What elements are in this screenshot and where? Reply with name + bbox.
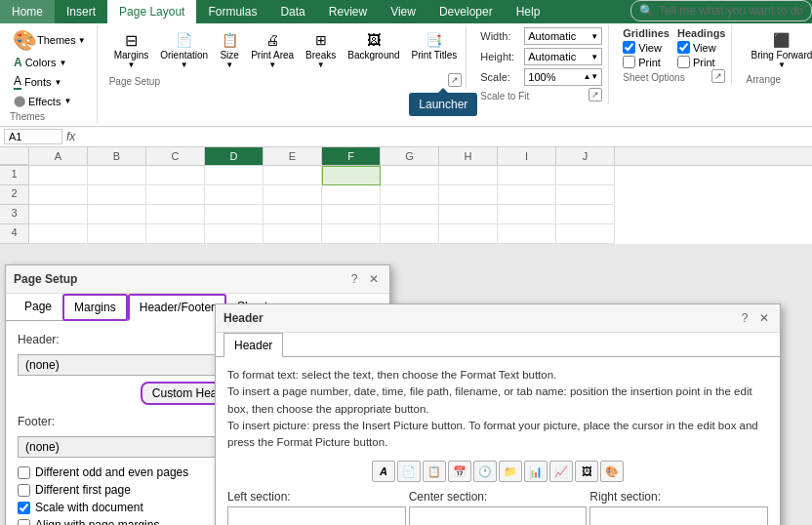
col-header-j[interactable]: J [556,147,615,165]
page-setup-close-button[interactable]: ✕ [366,271,382,287]
fonts-button[interactable]: A Fonts ▼ [10,72,91,92]
col-header-h[interactable]: H [439,147,498,165]
cell-a4[interactable] [29,224,88,244]
cell-e3[interactable] [264,205,322,224]
headings-view-checkbox[interactable] [677,41,690,54]
height-select[interactable]: Automatic ▼ [524,48,602,65]
cell-i2[interactable] [498,185,556,205]
colors-button[interactable]: A Colors ▼ [10,54,91,71]
cell-b3[interactable] [88,205,146,224]
header-close-button[interactable]: ✕ [756,310,772,326]
tab-developer[interactable]: Developer [427,0,505,23]
cell-h1[interactable] [439,166,498,185]
cell-c3[interactable] [146,205,205,224]
center-section-input[interactable] [409,506,588,525]
cell-d3[interactable] [205,205,264,224]
cell-d4[interactable] [205,224,264,244]
insert-pages-button[interactable]: 📋 [423,461,446,482]
col-header-d[interactable]: D [205,147,264,165]
cell-a1[interactable] [29,166,88,185]
cell-j1[interactable] [556,166,615,185]
cell-e1[interactable] [264,166,322,185]
tab-review[interactable]: Review [317,0,379,23]
cell-f2[interactable] [322,185,381,205]
cell-g2[interactable] [381,185,439,205]
col-header-e[interactable]: E [264,147,322,165]
col-header-c[interactable]: C [146,147,205,165]
cell-c4[interactable] [146,224,205,244]
header-help-button[interactable]: ? [737,310,752,326]
page-setup-launcher-button[interactable]: ↗ [448,73,462,87]
print-titles-button[interactable]: 📑 Print Titles [407,27,463,63]
formula-input[interactable] [79,131,808,142]
sheet-launcher-button[interactable]: ↗ [711,69,725,83]
print-area-button[interactable]: 🖨 Print Area ▼ [246,27,299,72]
format-text-button[interactable]: A [372,461,395,482]
cell-j4[interactable] [556,224,615,244]
cell-b4[interactable] [88,224,146,244]
cell-e2[interactable] [264,185,322,205]
cell-d2[interactable] [205,185,264,205]
bring-forward-button[interactable]: ⬛ Bring Forward ▼ [746,27,812,72]
size-button[interactable]: 📋 Size ▼ [215,27,244,72]
cell-a2[interactable] [29,185,88,205]
format-picture-button[interactable]: 🎨 [600,461,624,482]
align-margins-checkbox[interactable] [18,519,30,526]
themes-button[interactable]: 🎨 Themes ▼ [10,27,91,53]
cell-g1[interactable] [381,166,439,185]
left-section-input[interactable] [227,506,406,525]
tab-formulas[interactable]: Formulas [196,0,268,23]
width-select[interactable]: Automatic ▼ [524,27,602,45]
tab-insert[interactable]: Insert [55,0,107,23]
cell-i4[interactable] [498,224,556,244]
tab-page[interactable]: Page [14,294,62,321]
cell-b1[interactable] [88,166,146,185]
col-header-g[interactable]: G [381,147,439,165]
odd-even-checkbox[interactable] [18,466,30,479]
headings-print-checkbox[interactable] [677,56,690,68]
cell-h3[interactable] [439,205,498,224]
tab-help[interactable]: Help [505,0,552,23]
tab-page-layout[interactable]: Page Layout [107,0,196,23]
tab-view[interactable]: View [379,0,427,23]
cell-b2[interactable] [88,185,146,205]
insert-filename-button[interactable]: 📊 [524,461,548,482]
background-button[interactable]: 🖼 Background [343,27,404,63]
insert-picture-button[interactable]: 🖼 [575,461,598,482]
cell-h2[interactable] [439,185,498,205]
name-box[interactable] [4,129,62,144]
tab-header-footer[interactable]: Header/Footer [128,294,226,321]
cell-g3[interactable] [381,205,439,224]
cell-g4[interactable] [381,224,439,244]
cell-j2[interactable] [556,185,615,205]
insert-time-button[interactable]: 🕐 [473,461,497,482]
col-header-b[interactable]: B [88,147,146,165]
page-setup-help-button[interactable]: ? [346,271,362,287]
tell-me-bar[interactable]: 🔍 Tell me what you want to do [630,0,812,21]
cell-c1[interactable] [146,166,205,185]
tab-margins[interactable]: Margins [62,294,128,321]
col-header-a[interactable]: A [29,147,88,165]
cell-e4[interactable] [264,224,322,244]
insert-filepath-button[interactable]: 📁 [499,461,522,482]
effects-button[interactable]: ⬤ Effects ▼ [10,93,91,109]
header-tab[interactable]: Header [223,333,283,357]
cell-i1[interactable] [498,166,556,185]
cell-i3[interactable] [498,205,556,224]
breaks-button[interactable]: ⊞ Breaks ▼ [301,27,341,72]
tab-data[interactable]: Data [268,0,316,23]
cell-f4[interactable] [322,224,381,244]
scale-launcher-button[interactable]: ↗ [589,88,602,101]
first-page-checkbox[interactable] [18,484,30,497]
cell-h4[interactable] [439,224,498,244]
cell-f3[interactable] [322,205,381,224]
gridlines-print-checkbox[interactable] [623,56,635,68]
cell-a3[interactable] [29,205,88,224]
gridlines-view-checkbox[interactable] [623,41,635,54]
cell-c2[interactable] [146,185,205,205]
cell-j3[interactable] [556,205,615,224]
insert-date-button[interactable]: 📅 [448,461,471,482]
right-section-input[interactable] [589,506,768,525]
scale-select[interactable]: 100% ▲▼ [524,68,602,86]
cell-f1[interactable] [322,166,381,185]
